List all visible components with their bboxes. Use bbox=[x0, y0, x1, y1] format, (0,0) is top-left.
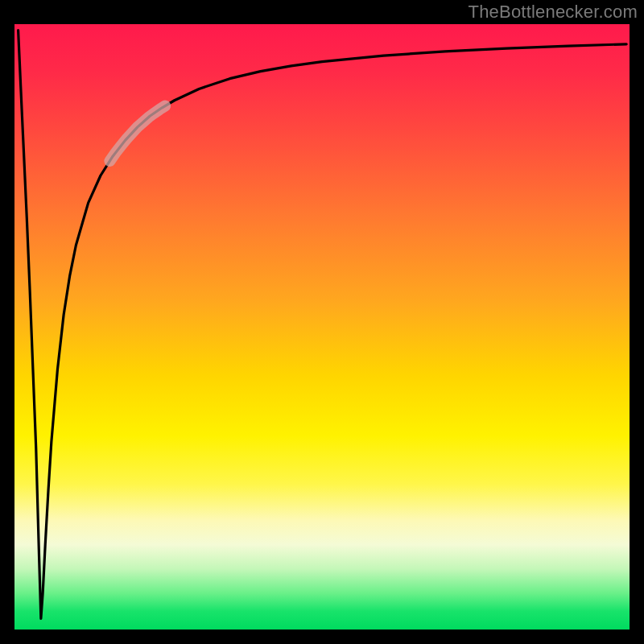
plot-area bbox=[14, 24, 630, 630]
plot-svg bbox=[14, 24, 630, 630]
attribution-text: TheBottlenecker.com bbox=[469, 2, 638, 23]
stage: TheBottlenecker.com bbox=[0, 0, 644, 644]
bottleneck-curve bbox=[19, 31, 627, 619]
highlight-segment bbox=[109, 106, 165, 161]
curve-group bbox=[19, 31, 627, 619]
